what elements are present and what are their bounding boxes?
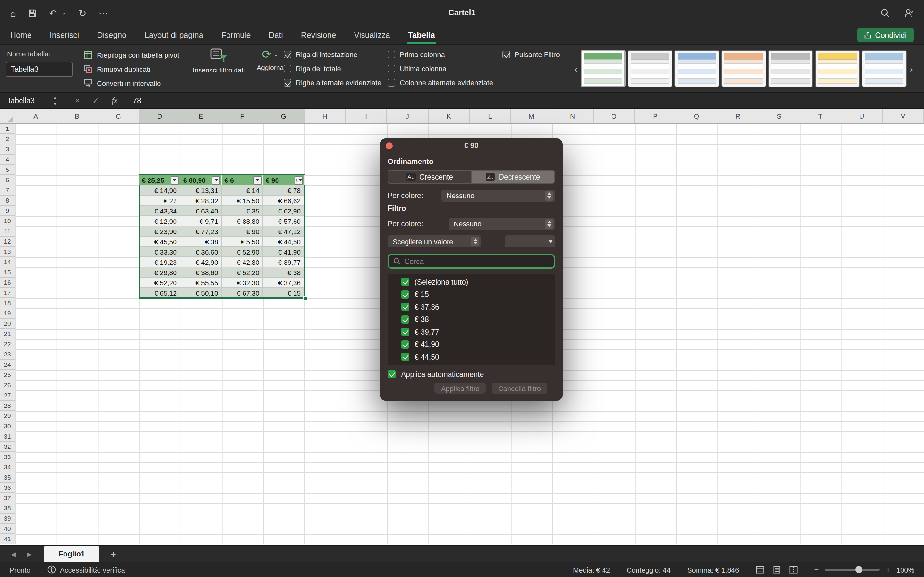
checkbox-riga-del-totale[interactable]: Riga del totale	[284, 63, 381, 73]
zoom-slider[interactable]	[825, 569, 880, 571]
search-input[interactable]	[404, 258, 549, 265]
zoom-slider-thumb[interactable]	[855, 566, 862, 573]
tab-layout-di-pagina[interactable]: Layout di pagina	[144, 25, 204, 45]
row-header-27[interactable]: 27	[0, 390, 15, 401]
table-cell[interactable]: € 29,80	[139, 268, 181, 277]
row-header-30[interactable]: 30	[0, 421, 15, 432]
row-header-35[interactable]: 35	[0, 472, 15, 483]
table-style-yellow[interactable]	[815, 50, 860, 87]
checkbox-icon[interactable]	[401, 290, 409, 299]
table-cell[interactable]: € 9,71	[181, 216, 222, 226]
redo-icon[interactable]: ↻	[78, 8, 86, 18]
table-cell[interactable]: € 88,80	[222, 216, 263, 226]
row-header-38[interactable]: 38	[0, 503, 15, 514]
table-cell[interactable]: € 63,40	[181, 206, 222, 216]
table-cell[interactable]: € 12,90	[139, 216, 181, 226]
row-header-3[interactable]: 3	[0, 144, 15, 155]
table-cell[interactable]: € 42,90	[181, 257, 222, 268]
checkbox-icon[interactable]	[401, 316, 409, 324]
column-header-N[interactable]: N	[552, 109, 594, 123]
table-header-cell-6[interactable]: € 6	[222, 175, 263, 185]
column-header-V[interactable]: V	[883, 109, 924, 123]
table-cell[interactable]: € 52,20	[139, 277, 181, 288]
filter-button-applied[interactable]: ↓	[294, 176, 303, 184]
filter-value-option-38[interactable]: € 38	[388, 313, 555, 326]
checkbox-icon[interactable]	[401, 353, 409, 361]
column-header-K[interactable]: K	[428, 109, 470, 123]
row-header-24[interactable]: 24	[0, 359, 15, 370]
column-header-L[interactable]: L	[470, 109, 511, 123]
column-header-E[interactable]: E	[181, 109, 222, 123]
column-header-S[interactable]: S	[759, 109, 800, 123]
filter-value-option-15[interactable]: € 15	[388, 288, 555, 301]
stepper-down-icon[interactable]: ▼	[53, 101, 57, 106]
sort-descending-button[interactable]: Z↓ Decrescente	[472, 171, 554, 183]
sheet-next-icon[interactable]: ▶	[27, 550, 31, 558]
gallery-next-icon[interactable]: ›	[907, 63, 916, 74]
column-header-P[interactable]: P	[635, 109, 676, 123]
checkbox-icon[interactable]	[401, 278, 409, 286]
filter-dropdown-button[interactable]	[253, 176, 262, 184]
filter-by-color-dropdown[interactable]: Nessuno	[449, 218, 555, 230]
table-header-cell-90[interactable]: € 90↓	[263, 175, 304, 185]
column-header-O[interactable]: O	[594, 109, 635, 123]
row-header-17[interactable]: 17	[0, 288, 15, 298]
table-cell[interactable]: € 32,30	[222, 277, 263, 288]
row-header-16[interactable]: 16	[0, 277, 15, 288]
combobox-arrow-icon[interactable]	[545, 235, 555, 247]
table-cell[interactable]: € 38	[181, 237, 222, 247]
column-header-B[interactable]: B	[57, 109, 98, 123]
filter-dropdown-button[interactable]	[212, 176, 220, 184]
row-header-9[interactable]: 9	[0, 206, 15, 216]
column-header-D[interactable]: D	[139, 109, 181, 123]
zoom-level[interactable]: 100%	[897, 566, 914, 574]
row-header-41[interactable]: 41	[0, 534, 15, 544]
sheet-tab-foglio1[interactable]: Foglio1	[45, 546, 99, 562]
table-cell[interactable]: € 41,90	[263, 247, 304, 257]
table-cell[interactable]: € 78	[263, 185, 304, 195]
table-cell[interactable]: € 38,60	[181, 268, 222, 277]
add-sheet-icon[interactable]: +	[111, 548, 116, 559]
select-all-corner[interactable]	[0, 109, 15, 123]
sort-ascending-button[interactable]: A↓ Crescente	[388, 171, 472, 183]
row-header-21[interactable]: 21	[0, 329, 15, 339]
row-header-8[interactable]: 8	[0, 195, 15, 206]
row-header-18[interactable]: 18	[0, 298, 15, 308]
row-header-39[interactable]: 39	[0, 514, 15, 524]
table-cell[interactable]: € 14	[222, 185, 263, 195]
row-header-26[interactable]: 26	[0, 380, 15, 390]
table-cell[interactable]: € 52,90	[222, 247, 263, 257]
column-header-Q[interactable]: Q	[676, 109, 718, 123]
page-layout-view-icon[interactable]	[772, 566, 780, 574]
table-cell[interactable]: € 19,23	[139, 257, 181, 268]
tab-revisione[interactable]: Revisione	[301, 25, 336, 45]
insert-function-icon[interactable]: fx	[111, 96, 118, 105]
row-header-19[interactable]: 19	[0, 308, 15, 319]
confirm-entry-icon[interactable]: ✓	[92, 96, 99, 105]
checkbox-ultima-colonna[interactable]: Ultima colonna	[388, 63, 493, 73]
table-style-green[interactable]	[581, 50, 626, 87]
checkbox-icon[interactable]	[401, 340, 409, 349]
cancel-entry-icon[interactable]: ×	[75, 96, 79, 105]
table-cell[interactable]: € 44,50	[263, 237, 304, 247]
button-rimuovi-duplicati[interactable]: Rimuovi duplicati	[81, 62, 182, 76]
share-button[interactable]: Condividi	[857, 27, 914, 42]
row-header-40[interactable]: 40	[0, 524, 15, 534]
row-header-6[interactable]: 6	[0, 175, 15, 185]
row-header-11[interactable]: 11	[0, 226, 15, 237]
column-header-T[interactable]: T	[800, 109, 842, 123]
table-cell[interactable]: € 57,60	[263, 216, 304, 226]
filter-value-option-41-90[interactable]: € 41,90	[388, 338, 555, 351]
stepper-up-icon[interactable]: ▲	[53, 95, 57, 101]
row-header-23[interactable]: 23	[0, 350, 15, 359]
column-header-M[interactable]: M	[511, 109, 552, 123]
filter-value-option-44-50[interactable]: € 44,50	[388, 351, 555, 363]
row-header-28[interactable]: 28	[0, 401, 15, 411]
table-cell[interactable]: € 28,32	[181, 195, 222, 206]
row-header-12[interactable]: 12	[0, 237, 15, 247]
table-cell[interactable]: € 15	[263, 288, 304, 298]
checkbox-riga-di-intestazione[interactable]: Riga di intestazione	[284, 49, 381, 59]
insert-slicer-button[interactable]: Inserisci filtro dati	[192, 47, 245, 74]
table-cell[interactable]: € 36,60	[181, 247, 222, 257]
tab-inserisci[interactable]: Inserisci	[50, 25, 79, 45]
